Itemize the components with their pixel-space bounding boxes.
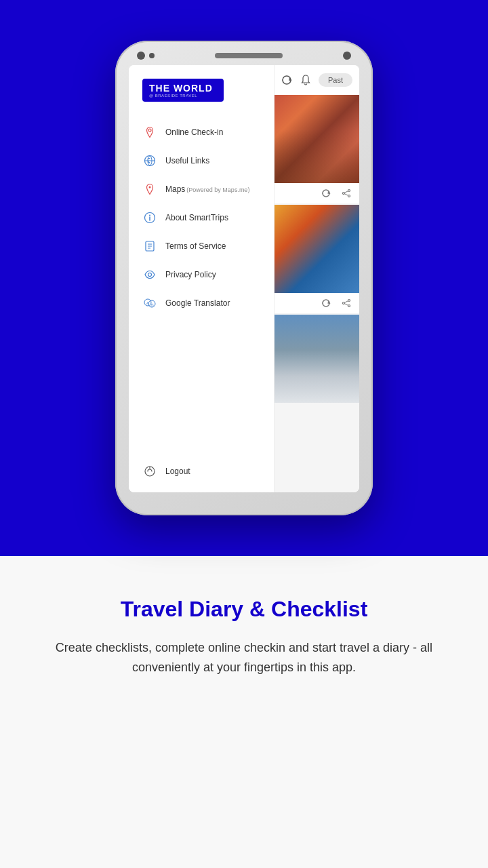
brand-main-text: THE WORLD (149, 83, 217, 94)
terms-label: Terms of Service (165, 241, 226, 251)
map-icon (142, 182, 157, 197)
camera-dot-1 (137, 52, 145, 60)
venice-image-actions (274, 293, 359, 313)
svg-point-24 (343, 302, 345, 304)
logout-label: Logout (165, 467, 190, 476)
right-header: Past (274, 65, 359, 95)
menu-item-terms[interactable]: Terms of Service (129, 232, 274, 260)
svg-line-21 (344, 191, 348, 193)
market-image (274, 95, 359, 183)
translator-label: Google Translator (165, 298, 230, 308)
checkin-label: Online Check-in (165, 127, 223, 137)
menu-items-list: Online Check-in (129, 118, 274, 454)
image-card-venice (274, 205, 359, 313)
brand-logo: THE WORLD @ BRAESIDE TRAVEL (142, 79, 224, 102)
menu-item-checkin[interactable]: Online Check-in (129, 118, 274, 146)
venice-image (274, 205, 359, 293)
about-label: About SmartTrips (165, 213, 228, 222)
svg-line-22 (344, 194, 348, 196)
translate-icon: A あ (142, 296, 157, 311)
phone-mockup: THE WORLD @ BRAESIDE TRAVEL Online Check… (115, 41, 373, 515)
travel-images (274, 95, 359, 492)
share-icon-venice[interactable] (339, 296, 354, 311)
svg-text:あ: あ (150, 302, 154, 307)
image-card-mountain (274, 315, 359, 403)
svg-line-26 (344, 301, 348, 303)
market-image-actions (274, 183, 359, 203)
notification-icon[interactable] (300, 71, 312, 90)
logout-button[interactable]: Logout (129, 454, 274, 492)
phone-speaker (215, 53, 283, 58)
refresh-icon-market[interactable] (319, 186, 333, 201)
refresh-icon-header[interactable] (281, 71, 293, 90)
svg-line-27 (344, 304, 348, 306)
logout-icon (142, 464, 157, 479)
menu-item-links[interactable]: Useful Links (129, 146, 274, 175)
image-card-market (274, 95, 359, 203)
menu-item-privacy[interactable]: Privacy Policy (129, 260, 274, 289)
svg-point-25 (348, 305, 350, 307)
menu-panel: THE WORLD @ BRAESIDE TRAVEL Online Check… (129, 65, 274, 492)
section-description: Create checklists, complete online check… (54, 638, 434, 677)
hero-section: THE WORLD @ BRAESIDE TRAVEL Online Check… (0, 0, 488, 556)
document-icon (142, 239, 157, 254)
svg-point-23 (348, 300, 350, 302)
brand-sub-text: @ BRAESIDE TRAVEL (149, 94, 217, 98)
privacy-label: Privacy Policy (165, 270, 216, 279)
info-icon (142, 210, 157, 225)
phone-screen: THE WORLD @ BRAESIDE TRAVEL Online Check… (129, 65, 359, 492)
svg-point-20 (348, 195, 350, 197)
menu-item-about[interactable]: About SmartTrips (129, 203, 274, 232)
svg-point-18 (348, 190, 350, 192)
phone-camera-right (343, 52, 351, 60)
menu-item-translator[interactable]: A あ Google Translator (129, 289, 274, 317)
past-button[interactable]: Past (319, 73, 352, 87)
section-title: Travel Diary & Checklist (121, 597, 368, 622)
svg-point-19 (343, 193, 345, 195)
bottom-section: Travel Diary & Checklist Create checklis… (0, 556, 488, 868)
location-icon (142, 125, 157, 140)
right-panel: Past (274, 65, 359, 492)
maps-label: Maps(Powered by Maps.me) (165, 184, 249, 194)
svg-point-3 (149, 186, 151, 189)
eye-icon (142, 267, 157, 282)
svg-point-6 (149, 215, 150, 216)
refresh-icon-venice[interactable] (319, 296, 333, 311)
phone-top-bar (123, 52, 365, 60)
share-icon-market[interactable] (339, 186, 354, 201)
mountain-image (274, 315, 359, 403)
menu-item-maps[interactable]: Maps(Powered by Maps.me) (129, 175, 274, 203)
links-label: Useful Links (165, 156, 209, 165)
links-icon (142, 153, 157, 168)
phone-cameras (137, 52, 155, 60)
svg-point-11 (148, 273, 152, 277)
camera-dot-2 (149, 53, 155, 58)
